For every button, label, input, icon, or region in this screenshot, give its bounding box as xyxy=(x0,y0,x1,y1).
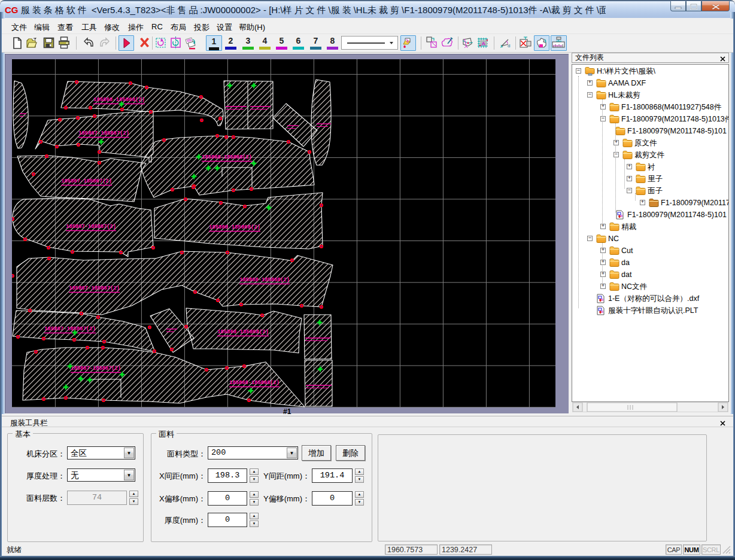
svg-text:d: d xyxy=(508,43,510,48)
svg-text:185868-185868(2): 185868-185868(2) xyxy=(202,154,252,160)
svg-text:185867-185867(2): 185867-185867(2) xyxy=(61,178,112,184)
svg-text:185867-185867(2): 185867-185867(2) xyxy=(78,130,129,136)
svg-text:mmm: mmm xyxy=(553,44,562,47)
svg-text:185868-185868(2): 185868-185868(2) xyxy=(217,329,269,335)
svg-text:185867-185867(2): 185867-185867(2) xyxy=(71,366,121,372)
svg-text:185868-185868(2): 185868-185868(2) xyxy=(93,97,145,103)
svg-text:185868-185868(2): 185868-185868(2) xyxy=(209,224,260,230)
svg-text:185867-185867(2): 185867-185867(2) xyxy=(69,285,120,291)
svg-text:A: A xyxy=(482,41,486,47)
svg-text:185868-185868(2): 185868-185868(2) xyxy=(239,277,290,283)
svg-text:185867-185867(2): 185867-185867(2) xyxy=(44,326,96,332)
svg-text:185867-185867(2): 185867-185867(2) xyxy=(66,224,116,230)
svg-text:185868-185868(2): 185868-185868(2) xyxy=(229,380,280,386)
